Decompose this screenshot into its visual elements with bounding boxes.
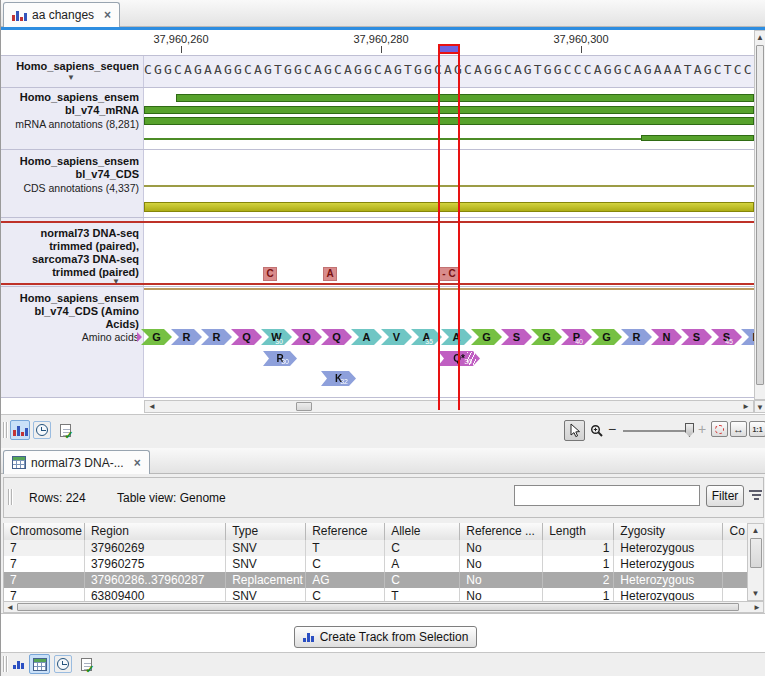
selection-marker[interactable]	[438, 44, 460, 54]
column-header[interactable]: Allele	[385, 523, 460, 540]
amino-acid-arrow[interactable]: N	[651, 329, 682, 345]
element-info-button[interactable]: ✓	[77, 655, 95, 673]
scroll-left-icon[interactable]: ◄	[5, 602, 15, 613]
mrna-annotation-bar[interactable]	[144, 106, 754, 114]
selection-box-right-edge	[458, 44, 460, 410]
amino-acid-arrow[interactable]: R	[171, 329, 202, 345]
amino-acid-arrow[interactable]: S	[681, 329, 712, 345]
scroll-right-icon[interactable]: ►	[741, 401, 751, 412]
table-row[interactable]: 737960286..37960287ReplacementAGCNo2Hete…	[4, 572, 747, 588]
zoom-to-selection-button[interactable]	[711, 421, 728, 437]
zoom-in-button[interactable]: +	[698, 421, 706, 437]
one-to-one-zoom-button[interactable]: 1:1	[749, 421, 765, 437]
track-view-mode-button[interactable]	[10, 420, 30, 440]
zoom-out-button[interactable]: −	[608, 421, 616, 437]
close-icon[interactable]: ×	[104, 8, 111, 22]
advanced-filter-icon[interactable]	[749, 490, 763, 500]
amino-acid-arrow[interactable]: A	[441, 329, 472, 345]
scroll-right-icon[interactable]: ►	[752, 602, 762, 613]
aa-track-label[interactable]: Homo_sapiens_ensem	[1, 292, 139, 304]
amino-acid-arrow[interactable]: G	[591, 329, 622, 345]
cds-track-label[interactable]: Homo_sapiens_ensem	[1, 155, 139, 167]
amino-acid-arrow[interactable]: Q	[291, 329, 322, 345]
scrollbar-thumb[interactable]	[756, 45, 764, 385]
close-icon[interactable]: ×	[134, 456, 141, 470]
column-header[interactable]: Chromosome	[4, 523, 85, 540]
column-header[interactable]: Reference ...	[460, 523, 543, 540]
amino-acid-arrow[interactable]: R	[201, 329, 232, 345]
application-window: aa changes × Homo_sapiens_sequen ▼ CGGCA…	[0, 0, 765, 676]
history-view-button[interactable]	[54, 655, 72, 673]
chevron-down-icon[interactable]: ▼	[59, 74, 83, 82]
amino-acid-arrow[interactable]: 25	[137, 329, 142, 345]
column-header[interactable]: Reference	[306, 523, 385, 540]
tab-normal73-dna[interactable]: normal73 DNA-... ×	[3, 450, 150, 474]
column-header[interactable]: Length	[543, 523, 614, 540]
cds-annotation-line[interactable]	[144, 185, 754, 187]
reads-track-label[interactable]: sarcoma73 DNA-seq	[1, 253, 139, 265]
amino-acid-arrow[interactable]: R	[741, 329, 754, 345]
mrna-annotation-bar[interactable]	[176, 94, 754, 102]
scrollbar-thumb[interactable]	[296, 402, 312, 411]
amino-acid-arrow[interactable]: P40	[561, 329, 592, 345]
reads-track-label[interactable]: trimmed (paired),	[1, 240, 139, 252]
scroll-left-icon[interactable]: ◄	[147, 401, 157, 412]
scroll-up-icon[interactable]: ▲	[755, 32, 765, 43]
table-vertical-scrollbar[interactable]: ▲ ▼	[747, 523, 764, 601]
fit-width-button[interactable]: ↔	[730, 421, 747, 437]
scroll-down-icon[interactable]: ▼	[755, 402, 765, 413]
vertical-scrollbar[interactable]: ▲	[754, 30, 765, 400]
filter-input[interactable]	[514, 485, 700, 506]
amino-acid-arrow[interactable]: V	[381, 329, 412, 345]
column-header[interactable]: Type	[226, 523, 306, 540]
mrna-annotation-bar[interactable]	[144, 117, 754, 125]
amino-acid-arrow[interactable]: Q	[321, 329, 352, 345]
mrna-track-label[interactable]: Homo_sapiens_ensem	[1, 91, 139, 103]
cds-track-label[interactable]: bl_v74_CDS	[1, 168, 139, 180]
column-header[interactable]: Co	[723, 523, 747, 540]
table-row[interactable]: 763809400SNVCTNo1Heterozygous	[4, 588, 747, 601]
sequence-track-label[interactable]: Homo_sapiens_sequen	[1, 60, 139, 72]
zoom-slider[interactable]	[623, 430, 693, 432]
aa-track-label[interactable]: bl_v74_CDS (Amino	[1, 305, 139, 317]
amino-acid-arrow[interactable]: G	[471, 329, 502, 345]
table-cell	[723, 556, 747, 572]
table-horizontal-scrollbar[interactable]: ◄ ►	[3, 601, 764, 613]
zoom-tool-button[interactable]	[588, 422, 606, 440]
scrollbar-corner[interactable]: ▼	[754, 400, 765, 413]
amino-acid-arrow[interactable]: G	[141, 329, 172, 345]
column-header[interactable]: Zygosity	[614, 523, 723, 540]
history-view-button[interactable]	[33, 421, 51, 439]
scroll-down-icon[interactable]: ▼	[749, 588, 762, 599]
track-view-mode-button[interactable]	[10, 656, 26, 672]
scrollbar-thumb[interactable]	[750, 538, 762, 568]
table-row[interactable]: 737960275SNVCANo1Heterozygous	[4, 556, 747, 572]
amino-acid-arrow[interactable]: A	[351, 329, 382, 345]
amino-acid-arrow[interactable]: S	[501, 329, 532, 345]
column-header[interactable]: Region	[85, 523, 226, 540]
amino-acid-arrow[interactable]: G	[531, 329, 562, 345]
variant-call-label[interactable]: - C	[438, 267, 460, 281]
variant-call-label[interactable]: C	[263, 267, 277, 281]
horizontal-scrollbar[interactable]: ◄ ►	[144, 400, 754, 413]
mrna-annotation-bar[interactable]	[641, 135, 754, 141]
mrna-track-label[interactable]: bl_v74_mRNA	[1, 104, 139, 116]
aa-track-label[interactable]: Acids)	[1, 318, 139, 330]
table-view-mode-button[interactable]	[29, 654, 50, 674]
create-track-from-selection-button[interactable]: Create Track from Selection	[294, 626, 477, 648]
variant-call-label[interactable]: A	[323, 267, 337, 281]
amino-acid-arrow[interactable]: R	[621, 329, 652, 345]
chevron-down-icon[interactable]: ▼	[96, 278, 136, 286]
scrollbar-thumb[interactable]	[17, 603, 739, 611]
filter-button[interactable]: Filter	[706, 485, 744, 507]
reads-track-label[interactable]: normal73 DNA-seq	[1, 227, 139, 239]
tab-aa-changes[interactable]: aa changes ×	[3, 2, 120, 27]
cds-annotation-bar[interactable]	[144, 202, 754, 212]
amino-acid-arrow[interactable]: W30	[261, 329, 292, 345]
table-row[interactable]: 737960269SNVTCNo1Heterozygous	[4, 540, 747, 556]
element-info-button[interactable]: ✓	[56, 421, 74, 439]
amino-acid-arrow[interactable]: S45	[711, 329, 742, 345]
scroll-up-icon[interactable]: ▲	[749, 525, 762, 536]
pan-select-tool-button[interactable]	[564, 420, 585, 441]
amino-acid-arrow[interactable]: Q	[231, 329, 262, 345]
